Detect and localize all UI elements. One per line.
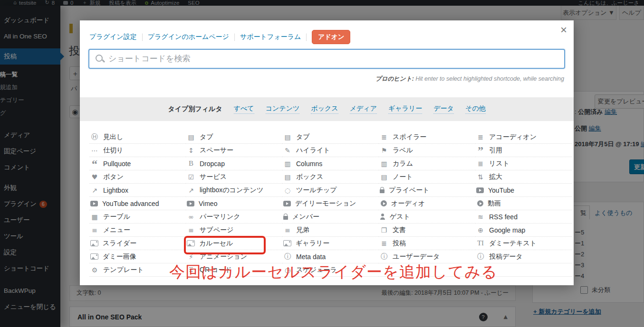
service-icon: ☑ xyxy=(187,173,195,181)
shortcode-item-member-lock[interactable]: メンバー xyxy=(282,210,379,224)
filter-link-0[interactable]: すべて xyxy=(234,104,254,114)
shortcode-item-dailymotion[interactable]: デイリーモーション xyxy=(282,197,379,210)
vimeo-icon xyxy=(187,201,194,206)
shortcode-item-permalink[interactable]: ∞パーマリンク xyxy=(186,210,282,224)
shortcode-item-document[interactable]: ❐文書 xyxy=(379,224,475,237)
shortcode-label: ツールチップ xyxy=(296,186,337,195)
filter-link-6[interactable]: その他 xyxy=(465,104,486,114)
shortcode-item-quote[interactable]: ”引用 xyxy=(475,144,572,157)
shortcode-item-private-lock[interactable]: プライベート xyxy=(379,184,475,197)
filter-link-5[interactable]: データ xyxy=(433,104,454,114)
shortcode-item-video[interactable]: 動画 xyxy=(475,197,572,210)
shortcode-label: オーディオ xyxy=(391,199,425,208)
shortcode-label: メニュー xyxy=(103,226,130,234)
shortcode-item-button[interactable]: ♥ボタン xyxy=(89,170,186,184)
shortcode-item-tabs[interactable]: ▤タブ xyxy=(186,131,282,144)
annotation-highlight-box xyxy=(184,236,266,254)
wordpress-admin-page: ⌂testsite↻80＋新規投稿を表示AutoptimizeSEO こんにちは… xyxy=(0,0,644,327)
shortcode-item-menu[interactable]: ≡メニュー xyxy=(89,224,186,237)
highlight-icon: ✎ xyxy=(283,147,292,154)
button-icon: ♥ xyxy=(90,173,99,181)
shortcode-label: リスト xyxy=(489,159,509,168)
shortcode-item-expand[interactable]: ⇅拡大 xyxy=(475,170,572,184)
filter-link-3[interactable]: メディア xyxy=(350,104,377,114)
shortcode-item-note[interactable]: ▤ノート xyxy=(379,170,475,184)
shortcode-item-slider-image[interactable]: スライダー xyxy=(89,237,186,250)
shortcode-item-box[interactable]: ▤ボックス xyxy=(282,170,379,184)
shortcode-item-column[interactable]: ▥カラム xyxy=(379,157,475,170)
expand-icon: ⇅ xyxy=(476,173,485,181)
dummy-text-icon: TI xyxy=(476,239,485,247)
shortcode-item-list[interactable]: ≣リスト xyxy=(475,157,572,170)
shortcode-label: ユーザーデータ xyxy=(393,252,440,261)
box-icon: ▤ xyxy=(283,173,292,181)
shortcode-item-dropcap[interactable]: BDropcap xyxy=(186,157,282,170)
shortcode-item-accordion[interactable]: ≣アコーディオン xyxy=(475,131,572,144)
tab-icon: ▤ xyxy=(283,133,292,141)
shortcode-item-pullquote[interactable]: “Pullquote xyxy=(89,157,186,170)
filter-link-2[interactable]: ボックス xyxy=(311,104,338,114)
shortcode-label: タブ xyxy=(296,133,310,141)
shortcode-item-youtube[interactable]: YouTube xyxy=(475,184,572,197)
shortcode-label: スライダー xyxy=(103,239,136,248)
filter-link-4[interactable]: ギャラリー xyxy=(388,104,422,114)
dailymotion-icon xyxy=(283,201,291,206)
shortcode-label: ボックス xyxy=(296,173,323,181)
shortcode-item-posts-list[interactable]: ≣投稿 xyxy=(379,237,475,250)
modal-link-0[interactable]: プラグイン設定 xyxy=(89,33,137,41)
table-icon: ▦ xyxy=(90,213,99,221)
close-icon[interactable]: × xyxy=(560,24,567,36)
shortcode-item-gallery-image[interactable]: ギャラリー xyxy=(282,237,379,250)
annotation-text: 今回はカルーセルスライダーを追加してみる xyxy=(169,262,498,283)
shortcode-item-siblings[interactable]: ≡兄弟 xyxy=(282,224,379,237)
shortcode-label: ギャラリー xyxy=(296,239,329,248)
modal-link-1[interactable]: プラグインのホームページ xyxy=(148,33,229,41)
modal-link-2[interactable]: サポートフォーラム xyxy=(240,33,301,41)
shortcode-item-table[interactable]: ▦テーブル xyxy=(89,210,186,224)
shortcode-item-audio[interactable]: オーディオ xyxy=(379,197,475,210)
subpages-icon: ≡ xyxy=(187,226,195,234)
shortcode-item-globe[interactable]: ⊕Google map xyxy=(475,224,572,237)
shortcode-item-rss[interactable]: ≋RSS feed xyxy=(475,210,572,224)
shortcode-item-columns[interactable]: ▥Columns xyxy=(282,157,379,170)
separator xyxy=(234,34,235,41)
filter-bar: タイプ別フィルタすべてコンテンツボックスメディアギャラリーデータその他 xyxy=(80,97,574,121)
shortcode-label: ゲスト xyxy=(390,213,410,221)
shortcode-item-vimeo[interactable]: Vimeo xyxy=(186,197,282,210)
columns-icon: ▥ xyxy=(283,160,292,168)
shortcode-item-subpages[interactable]: ≡サブページ xyxy=(186,224,282,237)
shortcode-item-youtube-advanced[interactable]: YouTube advanced xyxy=(89,197,186,210)
shortcode-item-spoiler[interactable]: ≣スポイラー xyxy=(379,131,475,144)
shortcode-item-guest-user[interactable]: ゲスト xyxy=(379,210,475,224)
shortcode-label: ハイライト xyxy=(296,146,330,155)
shortcode-label: スペーサー xyxy=(200,146,233,155)
filter-link-1[interactable]: コンテンツ xyxy=(266,104,300,114)
shortcode-label: デイリーモーション xyxy=(295,199,356,208)
label-icon: ⚑ xyxy=(380,147,388,154)
shortcode-insert-modal: × プラグイン設定プラグインのホームページサポートフォーラムアドオン プロのヒン… xyxy=(80,20,574,285)
shortcode-label: タブ xyxy=(200,133,213,141)
permalink-icon: ∞ xyxy=(187,213,195,221)
shortcode-label: 動画 xyxy=(488,199,501,208)
shortcode-label: アコーディオン xyxy=(489,133,537,141)
column-icon: ▥ xyxy=(380,160,388,168)
shortcode-label: サブページ xyxy=(200,226,233,234)
youtube-advanced-icon xyxy=(90,201,98,206)
gallery-image-icon xyxy=(283,240,291,246)
shortcode-item-spacer[interactable]: ↕スペーサー xyxy=(186,144,282,157)
shortcode-item-divider[interactable]: ⋯仕切り xyxy=(89,144,186,157)
shortcode-item-dummy-text[interactable]: TIダミーテキスト xyxy=(475,237,572,250)
shortcode-item-tooltip[interactable]: ◌ツールチップ xyxy=(282,184,379,197)
shortcode-item-tab[interactable]: ▤タブ xyxy=(282,131,379,144)
shortcode-item-highlight[interactable]: ✎ハイライト xyxy=(282,144,379,157)
shortcode-item-heading[interactable]: Ⓗ見出し xyxy=(89,131,186,144)
shortcode-item-service[interactable]: ☑サービス xyxy=(186,170,282,184)
shortcode-item-label[interactable]: ⚑ラベル xyxy=(379,144,475,157)
addons-button[interactable]: アドオン xyxy=(312,30,350,44)
youtube-icon xyxy=(476,187,484,193)
shortcode-search-input[interactable] xyxy=(88,49,565,69)
shortcode-item-lightbox[interactable]: ↗Lightbox xyxy=(89,184,186,197)
slider-image-icon xyxy=(90,240,98,246)
accordion-icon: ≣ xyxy=(476,133,485,141)
shortcode-item-lightbox-content[interactable]: ↗lightboxのコンテンツ xyxy=(186,184,282,197)
